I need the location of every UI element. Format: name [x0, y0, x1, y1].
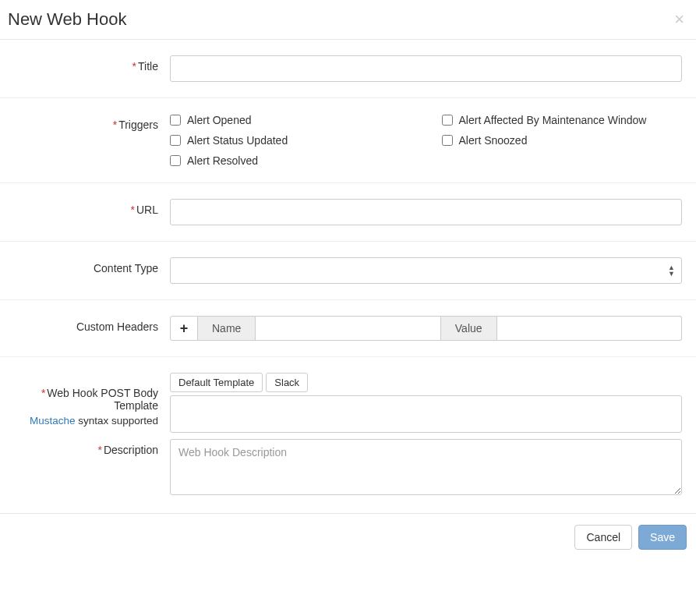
- modal-footer: Cancel Save: [0, 513, 696, 561]
- body-template-label: *Web Hook POST Body Template Mustache sy…: [8, 373, 170, 427]
- trigger-checkbox-alert-resolved[interactable]: [170, 155, 181, 166]
- close-icon[interactable]: ×: [674, 11, 684, 28]
- description-label: *Description: [8, 439, 170, 456]
- required-marker: *: [131, 204, 135, 216]
- trigger-label[interactable]: Alert Opened: [187, 114, 252, 126]
- field-custom-headers: Custom Headers + Name Value: [0, 300, 696, 357]
- field-url: *URL: [0, 183, 696, 242]
- body-template-sublabel: Mustache syntax supported: [8, 415, 158, 427]
- trigger-alert-resolved: Alert Resolved: [170, 154, 411, 167]
- trigger-label[interactable]: Alert Status Updated: [187, 134, 288, 147]
- field-description: *Description: [0, 437, 696, 513]
- triggers-label: *Triggers: [8, 114, 170, 131]
- trigger-checkbox-alert-snoozed[interactable]: [442, 135, 453, 146]
- new-webhook-modal: New Web Hook × *Title *Triggers: [0, 0, 696, 561]
- content-type-select[interactable]: ▲▼: [170, 257, 682, 284]
- triggers-col-left: Alert Opened Alert Status Updated Alert …: [170, 114, 411, 167]
- default-template-button[interactable]: Default Template: [170, 373, 263, 392]
- trigger-label[interactable]: Alert Snoozed: [459, 134, 528, 147]
- required-marker: *: [98, 444, 102, 456]
- url-label: *URL: [8, 199, 170, 216]
- field-triggers: *Triggers Alert Opened Alert Status Upda…: [0, 98, 696, 183]
- header-name-input[interactable]: [256, 316, 440, 341]
- field-title: *Title: [0, 40, 696, 98]
- trigger-alert-status-updated: Alert Status Updated: [170, 134, 411, 147]
- custom-headers-label: Custom Headers: [8, 316, 170, 333]
- modal-title: New Web Hook: [8, 9, 126, 30]
- trigger-alert-opened: Alert Opened: [170, 114, 411, 126]
- trigger-label[interactable]: Alert Resolved: [187, 154, 258, 167]
- cancel-button[interactable]: Cancel: [574, 525, 632, 550]
- field-content-type: Content Type ▲▼: [0, 242, 696, 300]
- title-input[interactable]: [170, 55, 682, 82]
- triggers-columns: Alert Opened Alert Status Updated Alert …: [170, 114, 682, 167]
- required-marker: *: [41, 387, 45, 399]
- trigger-checkbox-alert-opened[interactable]: [170, 115, 181, 126]
- description-input[interactable]: [170, 439, 682, 495]
- modal-body: *Title *Triggers Alert Opened: [0, 40, 696, 513]
- field-body-template: *Web Hook POST Body Template Mustache sy…: [0, 357, 696, 437]
- save-button[interactable]: Save: [638, 525, 687, 550]
- mustache-link[interactable]: Mustache: [30, 415, 76, 427]
- trigger-checkbox-alert-maintenance[interactable]: [442, 115, 453, 126]
- title-label: *Title: [8, 55, 170, 73]
- slack-template-button[interactable]: Slack: [266, 373, 308, 392]
- trigger-checkbox-alert-status-updated[interactable]: [170, 135, 181, 146]
- url-input[interactable]: [170, 199, 682, 225]
- triggers-col-right: Alert Affected By Maintenance Window Ale…: [442, 114, 683, 167]
- plus-icon: +: [180, 320, 189, 337]
- trigger-alert-maintenance: Alert Affected By Maintenance Window: [442, 114, 683, 126]
- trigger-label[interactable]: Alert Affected By Maintenance Window: [459, 114, 647, 126]
- custom-headers-row: + Name Value: [170, 316, 682, 341]
- header-value-input[interactable]: [497, 316, 682, 341]
- required-marker: *: [132, 60, 136, 73]
- add-header-button[interactable]: +: [170, 316, 198, 341]
- body-template-input[interactable]: [170, 395, 682, 433]
- modal-header: New Web Hook ×: [0, 0, 696, 40]
- header-value-label: Value: [441, 316, 497, 341]
- required-marker: *: [113, 119, 117, 131]
- template-buttons: Default Template Slack: [170, 373, 682, 392]
- trigger-alert-snoozed: Alert Snoozed: [442, 134, 683, 147]
- content-type-label: Content Type: [8, 257, 170, 274]
- chevron-updown-icon: ▲▼: [668, 265, 675, 277]
- header-name-label: Name: [198, 316, 256, 341]
